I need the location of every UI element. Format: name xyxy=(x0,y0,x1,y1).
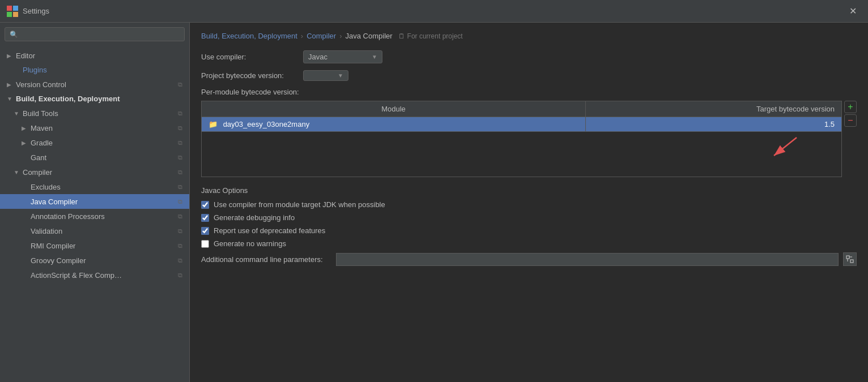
sidebar-items: ▶ Editor Plugins ▶ Version Control ⧉ ▼ B… xyxy=(0,46,189,382)
search-input[interactable] xyxy=(22,30,180,38)
sidebar-item-label: Build Tools xyxy=(23,109,173,118)
sidebar-item-label: Excludes xyxy=(31,183,173,191)
sidebar-item-excludes[interactable]: Excludes ⧉ xyxy=(0,179,189,194)
sidebar-item-compiler[interactable]: ▼ Compiler ⧉ xyxy=(0,165,189,179)
col-bytecode: Target bytecode version xyxy=(586,101,842,117)
breadcrumb-note: 🗒 For current project xyxy=(398,32,463,40)
window-title: Settings xyxy=(23,7,845,15)
project-bytecode-row: Project bytecode version: ▼ xyxy=(201,70,857,81)
content-area: Build, Execution, Deployment › Compiler … xyxy=(190,23,868,382)
svg-rect-3 xyxy=(13,12,18,17)
search-box[interactable]: 🔍 xyxy=(5,27,185,41)
no-warnings-checkbox[interactable] xyxy=(201,240,209,248)
copy-icon: ⧉ xyxy=(176,123,185,132)
title-bar: Settings ✕ xyxy=(0,0,868,23)
use-compiler-checkbox[interactable] xyxy=(201,201,209,209)
copy-icon: ⧉ xyxy=(176,182,185,191)
settings-icon xyxy=(176,51,185,60)
breadcrumb-note-text: For current project xyxy=(407,32,463,40)
sidebar-item-label: Java Compiler xyxy=(31,198,173,206)
arrow-icon: ▼ xyxy=(7,96,15,102)
sidebar-item-groovy-compiler[interactable]: Groovy Compiler ⧉ xyxy=(0,253,189,268)
sidebar-item-label: Gant xyxy=(31,153,173,162)
sidebar-item-gant[interactable]: Gant ⧉ xyxy=(0,150,189,165)
sidebar-item-build-exec-deploy[interactable]: ▼ Build, Execution, Deployment xyxy=(0,92,189,106)
arrow-icon: ▶ xyxy=(22,125,29,131)
checkbox-no-warnings: Generate no warnings xyxy=(201,239,857,248)
bytecode-version[interactable]: 1.5 xyxy=(586,117,842,132)
close-button[interactable]: ✕ xyxy=(845,3,861,19)
cmd-expand-button[interactable] xyxy=(843,252,857,266)
debugging-checkbox[interactable] xyxy=(201,214,209,222)
add-module-button[interactable]: + xyxy=(844,101,857,113)
arrow-icon: ▶ xyxy=(7,81,15,88)
breadcrumb-sep1: › xyxy=(301,32,303,40)
no-warnings-checkbox-label: Generate no warnings xyxy=(214,239,286,248)
arrow-icon: ▶ xyxy=(22,140,29,146)
breadcrumb-part2[interactable]: Compiler xyxy=(307,32,336,40)
arrow-icon: ▶ xyxy=(7,53,15,59)
col-module: Module xyxy=(202,101,586,117)
table-row[interactable]: 📁 day03_eesy_03one2many 1.5 xyxy=(202,117,842,132)
checkbox-debugging: Generate debugging info xyxy=(201,213,857,222)
sidebar-item-gradle[interactable]: ▶ Gradle ⧉ xyxy=(0,135,189,150)
copy-icon: ⧉ xyxy=(176,256,185,265)
sidebar-item-version-control[interactable]: ▶ Version Control ⧉ xyxy=(0,77,189,92)
copy-icon: ⧉ xyxy=(176,197,185,206)
sidebar-item-label: Annotation Processors xyxy=(31,212,173,221)
sidebar-item-plugins[interactable]: Plugins xyxy=(0,63,189,77)
module-name-text: day03_eesy_03one2many xyxy=(223,120,310,128)
expand-icon xyxy=(846,255,854,263)
sidebar-item-label: Compiler xyxy=(23,168,173,177)
sidebar-item-maven[interactable]: ▶ Maven ⧉ xyxy=(0,121,189,135)
module-table-container: Module Target bytecode version 📁 day03_e… xyxy=(201,101,857,186)
table-action-buttons: + − xyxy=(844,101,857,127)
sidebar-item-annotation-processors[interactable]: Annotation Processors ⧉ xyxy=(0,209,189,224)
breadcrumb-part1[interactable]: Build, Execution, Deployment xyxy=(201,32,297,40)
sidebar-item-label: Maven xyxy=(31,124,173,132)
chevron-down-icon: ▼ xyxy=(338,72,343,79)
copy-icon: ⧉ xyxy=(176,138,185,147)
arrow-icon: ▼ xyxy=(14,169,22,175)
sidebar-item-java-compiler[interactable]: Java Compiler ⧉ xyxy=(0,194,189,209)
sidebar-item-label: Build, Execution, Deployment xyxy=(16,95,185,103)
copy-icon: ⧉ xyxy=(176,153,185,162)
cmd-row: Additional command line parameters: xyxy=(201,252,857,266)
use-compiler-checkbox-label: Use compiler from module target JDK when… xyxy=(214,200,385,209)
breadcrumb-current: Java Compiler xyxy=(346,32,393,40)
sidebar-item-actionscript[interactable]: ActionScript & Flex Comp… ⧉ xyxy=(0,268,189,282)
svg-rect-0 xyxy=(7,6,12,11)
sidebar-item-editor[interactable]: ▶ Editor xyxy=(0,48,189,63)
module-name: 📁 day03_eesy_03one2many xyxy=(202,117,586,132)
use-compiler-value: Javac xyxy=(308,53,368,61)
cmd-input[interactable] xyxy=(336,253,839,266)
javac-section-title: Javac Options xyxy=(201,186,857,195)
sidebar-item-rmi-compiler[interactable]: RMI Compiler ⧉ xyxy=(0,238,189,253)
checkbox-use-compiler: Use compiler from module target JDK when… xyxy=(201,200,857,209)
deprecated-checkbox[interactable] xyxy=(201,227,209,235)
sidebar-item-label: Validation xyxy=(31,227,173,235)
sidebar-item-build-tools[interactable]: ▼ Build Tools ⧉ xyxy=(0,106,189,121)
use-compiler-select[interactable]: Javac ▼ xyxy=(303,50,382,63)
copy-icon: ⧉ xyxy=(176,212,185,221)
copy-icon: ⧉ xyxy=(176,241,185,250)
app-icon xyxy=(7,6,18,17)
project-bytecode-select[interactable]: ▼ xyxy=(303,70,348,81)
sidebar: 🔍 ▶ Editor Plugins ▶ Version Control ⧉ xyxy=(0,23,190,382)
search-icon: 🔍 xyxy=(10,31,18,38)
svg-rect-6 xyxy=(846,256,849,259)
copy-icon: ⧉ xyxy=(176,109,185,118)
checkbox-deprecated: Report use of deprecated features xyxy=(201,226,857,235)
debugging-checkbox-label: Generate debugging info xyxy=(214,213,295,222)
sidebar-item-label: RMI Compiler xyxy=(31,242,173,250)
deprecated-checkbox-label: Report use of deprecated features xyxy=(214,226,325,235)
table-wrapper: Module Target bytecode version 📁 day03_e… xyxy=(201,101,842,186)
sidebar-item-validation[interactable]: Validation ⧉ xyxy=(0,224,189,238)
remove-module-button[interactable]: − xyxy=(844,114,857,127)
breadcrumb-sep2: › xyxy=(339,32,342,40)
svg-rect-7 xyxy=(850,260,853,263)
sidebar-item-label: Editor xyxy=(16,51,173,60)
sidebar-item-label: Groovy Compiler xyxy=(31,256,173,265)
copy-icon: ⧉ xyxy=(176,271,185,280)
module-table: Module Target bytecode version 📁 day03_e… xyxy=(201,101,842,177)
